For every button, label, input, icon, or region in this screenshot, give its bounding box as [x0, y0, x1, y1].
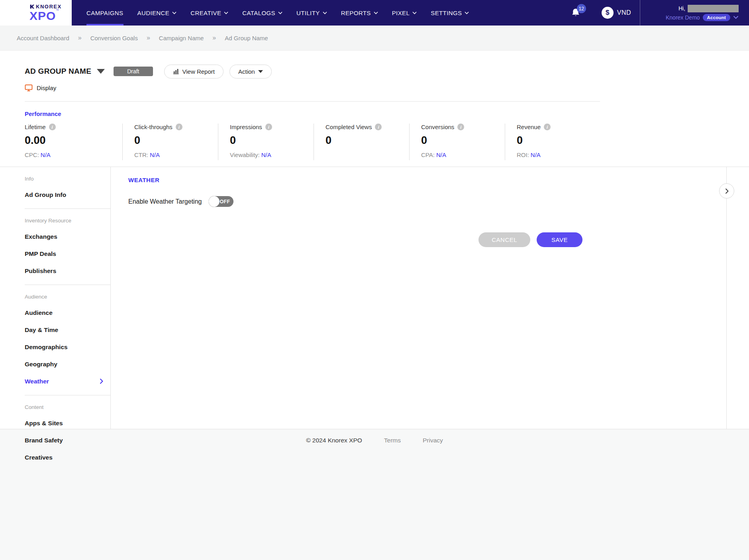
- sidebar-section-inventory-resource: Inventory Resource Exchanges PMP Deals P…: [25, 209, 110, 285]
- chevron-down-icon: [278, 12, 282, 14]
- panel-heading: WEATHER: [128, 177, 726, 183]
- logo[interactable]: KNOREX XPO™: [0, 0, 72, 26]
- metric-value: 0: [517, 134, 600, 147]
- channel-row: Display: [25, 84, 749, 92]
- nav-reports[interactable]: REPORTS: [341, 0, 378, 26]
- metric-value: 0: [421, 134, 505, 147]
- account-name: Knorex Demo: [666, 14, 700, 21]
- page-title: AD GROUP NAME: [25, 67, 91, 76]
- logo-product-text: XPO™: [29, 10, 62, 22]
- sidebar-section-header: Content: [25, 404, 110, 410]
- logo-brand-text: KNOREX: [36, 4, 62, 9]
- nav-campaigns[interactable]: CAMPAIGNS: [86, 0, 124, 26]
- trademark: ™: [56, 9, 59, 12]
- channel-label: Display: [37, 84, 56, 91]
- chevron-right-icon: [725, 188, 729, 194]
- enable-weather-targeting-toggle[interactable]: OFF: [209, 196, 233, 207]
- notifications-bell-button[interactable]: 12: [571, 8, 581, 18]
- top-navbar: KNOREX XPO™ CAMPAIGNS AUDIENCE CREATIVE …: [0, 0, 749, 26]
- display-monitor-icon: [25, 84, 33, 92]
- chevron-down-icon: [733, 16, 739, 19]
- info-icon[interactable]: i: [49, 124, 56, 130]
- notification-count-badge: 12: [577, 4, 586, 13]
- account-badge: Account: [703, 14, 730, 21]
- currency-selector[interactable]: $ VND: [602, 7, 631, 19]
- sidebar-item-ad-group-info[interactable]: Ad Group Info: [25, 191, 110, 199]
- bar-chart-icon: [173, 68, 179, 75]
- metric-value: 0: [325, 134, 409, 147]
- status-badge: Draft: [114, 67, 153, 76]
- info-icon[interactable]: i: [457, 124, 464, 130]
- nav-utility[interactable]: UTILITY: [296, 0, 327, 26]
- toggle-label: Enable Weather Targeting: [128, 198, 202, 205]
- info-icon[interactable]: i: [375, 124, 382, 130]
- sidebar-section-header: Info: [25, 176, 110, 182]
- sidebar-item-exchanges[interactable]: Exchanges: [25, 232, 110, 241]
- weather-panel: WEATHER Enable Weather Targeting OFF CAN…: [111, 167, 726, 429]
- divider: [25, 101, 600, 102]
- sidebar-item-demographics[interactable]: Demographics: [25, 343, 110, 351]
- user-greeting: Hi,: [678, 5, 685, 12]
- nav-catalogs[interactable]: CATALOGS: [242, 0, 282, 26]
- sidebar-section-header: Inventory Resource: [25, 218, 110, 224]
- sidebar-item-day-time[interactable]: Day & Time: [25, 326, 110, 334]
- chevron-down-icon: [224, 12, 228, 14]
- privacy-link[interactable]: Privacy: [423, 437, 443, 444]
- chevron-right-icon: [100, 378, 103, 384]
- sidebar-item-brand-safety[interactable]: Brand Safety: [25, 436, 110, 444]
- breadcrumb-separator: »: [212, 34, 216, 41]
- sidebar-item-apps-sites[interactable]: Apps & Sites: [25, 419, 110, 427]
- user-name-redacted: [688, 5, 739, 12]
- active-tab-indicator: [86, 24, 124, 26]
- nav-settings[interactable]: SETTINGS: [431, 0, 469, 26]
- knorex-mark-icon: [29, 4, 35, 9]
- nav-pixel[interactable]: PIXEL: [392, 0, 417, 26]
- nav-audience[interactable]: AUDIENCE: [137, 0, 177, 26]
- nav-creative[interactable]: CREATIVE: [190, 0, 228, 26]
- metric-value: 0: [230, 134, 314, 147]
- chevron-down-icon: [465, 12, 469, 14]
- sidebar-item-publishers[interactable]: Publishers: [25, 267, 110, 275]
- lower-section: Info Ad Group Info Inventory Resource Ex…: [0, 167, 749, 429]
- breadcrumb-conversion-goals[interactable]: Conversion Goals: [90, 35, 138, 41]
- form-actions: CANCEL SAVE: [128, 232, 582, 247]
- copyright: © 2024 Knorex XPO: [306, 437, 362, 444]
- sidebar-item-audience[interactable]: Audience: [25, 308, 110, 317]
- collapse-panel-button[interactable]: [719, 183, 734, 198]
- save-button[interactable]: SAVE: [537, 232, 582, 247]
- settings-sidebar: Info Ad Group Info Inventory Resource Ex…: [0, 167, 111, 429]
- metric-value: 0.00: [25, 134, 122, 147]
- user-menu[interactable]: Hi, Knorex Demo Account: [640, 5, 749, 21]
- sidebar-item-creatives[interactable]: Creatives: [25, 453, 110, 462]
- sidebar-item-pmp-deals[interactable]: PMP Deals: [25, 250, 110, 258]
- cancel-button[interactable]: CANCEL: [478, 232, 530, 247]
- dollar-icon: $: [602, 7, 614, 19]
- breadcrumb-account-dashboard[interactable]: Account Dashboard: [17, 35, 69, 41]
- metric-lifetime: Lifetimei 0.00 CPC:N/A: [25, 124, 122, 160]
- breadcrumb: Account Dashboard » Conversion Goals » C…: [0, 26, 749, 51]
- title-dropdown-caret-icon[interactable]: [97, 69, 105, 74]
- breadcrumb-campaign-name[interactable]: Campaign Name: [159, 35, 204, 41]
- terms-link[interactable]: Terms: [384, 437, 401, 444]
- toggle-knob: [209, 196, 220, 207]
- view-report-button[interactable]: View Report: [164, 65, 224, 79]
- metric-conversions: Conversionsi 0 CPA:N/A: [409, 124, 505, 160]
- breadcrumb-ad-group-name[interactable]: Ad Group Name: [225, 35, 268, 41]
- page-head: AD GROUP NAME Draft View Report Action D…: [0, 51, 749, 167]
- info-icon[interactable]: i: [176, 124, 182, 130]
- chevron-down-icon: [172, 12, 176, 14]
- metric-revenue: Revenuei 0 ROI:N/A: [505, 124, 600, 160]
- toggle-state-text: OFF: [220, 199, 230, 204]
- performance-section: Performance Lifetimei 0.00 CPC:N/A Click…: [25, 101, 600, 160]
- sidebar-item-geography[interactable]: Geography: [25, 360, 110, 368]
- performance-heading: Performance: [25, 110, 600, 117]
- currency-code: VND: [617, 9, 631, 16]
- info-icon[interactable]: i: [544, 124, 551, 130]
- sidebar-item-weather[interactable]: Weather: [25, 377, 110, 385]
- footer: © 2024 Knorex XPO Terms Privacy: [0, 429, 749, 560]
- metric-completed-views: Completed Viewsi 0: [314, 124, 409, 160]
- action-button[interactable]: Action: [229, 65, 272, 79]
- metric-value: 0: [134, 134, 218, 147]
- sidebar-section-header: Audience: [25, 294, 110, 300]
- info-icon[interactable]: i: [265, 124, 272, 130]
